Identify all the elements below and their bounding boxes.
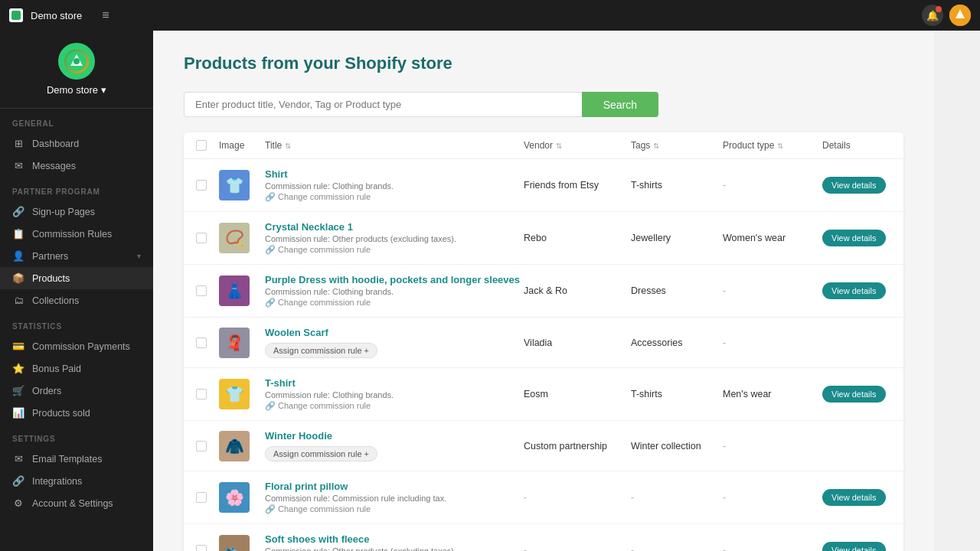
title-sort-icon[interactable]: ⇅ (285, 142, 291, 150)
product-rule-2: Commission rule: Other products (excludi… (265, 234, 524, 243)
product-image-4: 🧣 (219, 328, 250, 358)
product-image-2: 📿 (219, 223, 250, 253)
vendor-6: Custom partnership (524, 441, 631, 452)
sidebar-section-partner: PARTNER PROGRAM 🔗 Sign-up Pages 📋 Commis… (0, 177, 153, 311)
row-checkbox-2[interactable] (196, 233, 207, 243)
sidebar-item-collections[interactable]: 🗂 Collections (0, 289, 153, 311)
search-button[interactable]: Search (582, 92, 658, 117)
product-image-1: 👕 (219, 170, 250, 201)
tags-6: Winter collection (631, 441, 723, 452)
chevron-down-icon: ▾ (137, 252, 141, 260)
section-label-general: GENERAL (0, 109, 153, 132)
table-row: 👟 Soft shoes with fleece Commission rule… (184, 524, 903, 551)
top-bar: Demo store ≡ 🔔 (0, 0, 980, 31)
notification-icon[interactable]: 🔔 (922, 5, 943, 26)
sidebar-item-integrations[interactable]: 🔗 Integrations (0, 470, 153, 492)
product-title-8[interactable]: Soft shoes with fleece (265, 533, 524, 545)
sidebar-item-commission-rules[interactable]: 📋 Commission Rules (0, 223, 153, 245)
view-details-btn-2[interactable]: View details (822, 230, 886, 246)
section-label-statistics: STATISTICS (0, 311, 153, 335)
sidebar-brand: Demo store ▾ (0, 43, 153, 109)
product-title-1[interactable]: Shirt (265, 168, 524, 180)
product-type-1: - (723, 180, 822, 191)
view-details-btn-1[interactable]: View details (822, 177, 886, 194)
table-row: 👕 T-shirt Commission rule: Clothing bran… (184, 368, 903, 421)
sidebar-item-products-sold[interactable]: 📊 Products sold (0, 402, 153, 424)
product-image-5: 👕 (219, 379, 250, 409)
collections-icon: 🗂 (12, 295, 24, 306)
sidebar-item-products[interactable]: 📦 Products (0, 267, 153, 289)
brand-logo-inner (64, 49, 89, 73)
view-details-btn-5[interactable]: View details (822, 386, 886, 403)
tags-3: Dresses (631, 285, 723, 296)
sidebar-item-partners[interactable]: 👤 Partners ▾ (0, 245, 153, 267)
row-checkbox-1[interactable] (196, 180, 207, 191)
assign-rule-btn-4[interactable]: Assign commission rule + (265, 343, 377, 358)
vendor-5: Eosm (524, 389, 631, 399)
tags-5: T-shirts (631, 389, 723, 399)
app-logo (9, 8, 23, 22)
vendor-3: Jack & Ro (524, 285, 631, 296)
products-table: Image Title ⇅ Vendor ⇅ Tags ⇅ Product ty… (184, 132, 903, 551)
content-area: Products from your Shopify store Search … (153, 31, 934, 551)
row-checkbox-7[interactable] (196, 492, 207, 503)
row-checkbox-6[interactable] (196, 441, 207, 452)
sidebar-item-bonus-paid[interactable]: ⭐ Bonus Paid (0, 357, 153, 380)
sidebar-item-messages[interactable]: ✉ Messages (0, 155, 153, 177)
sidebar-item-account-settings[interactable]: ⚙ Account & Settings (0, 492, 153, 514)
sidebar-item-email-templates[interactable]: ✉ Email Templates (0, 448, 153, 470)
brand-name[interactable]: Demo store ▾ (47, 84, 106, 96)
hamburger-icon[interactable]: ≡ (102, 8, 109, 22)
vendor-sort-icon[interactable]: ⇅ (556, 142, 562, 150)
change-commission-rule-3[interactable]: 🔗 Change commission rule (265, 298, 524, 308)
row-checkbox-5[interactable] (196, 389, 207, 399)
sidebar-item-commission-payments[interactable]: 💳 Commission Payments (0, 335, 153, 357)
orders-icon: 🛒 (12, 385, 24, 396)
product-image-6: 🧥 (219, 431, 250, 461)
signup-icon: 🔗 (12, 206, 24, 217)
search-input[interactable] (184, 92, 582, 117)
product-info-3: Purple Dress with hoodie, pockets and lo… (265, 274, 524, 308)
product-title-6[interactable]: Winter Hoodie (265, 430, 524, 442)
notification-badge (936, 6, 942, 12)
sidebar-item-signup-pages[interactable]: 🔗 Sign-up Pages (0, 201, 153, 223)
store-title: Demo store (31, 10, 82, 21)
assign-rule-btn-6[interactable]: Assign commission rule + (265, 446, 377, 461)
view-details-btn-8[interactable]: View details (822, 542, 886, 551)
view-details-btn-7[interactable]: View details (822, 489, 886, 506)
product-type-7: - (723, 492, 822, 503)
product-type-sort-icon[interactable]: ⇅ (777, 142, 783, 150)
table-row: 👕 Shirt Commission rule: Clothing brands… (184, 159, 903, 212)
sidebar-section-general: GENERAL ⊞ Dashboard ✉ Messages (0, 109, 153, 177)
table-row: 👗 Purple Dress with hoodie, pockets and … (184, 265, 903, 318)
brand-logo (58, 43, 95, 80)
row-checkbox-8[interactable] (196, 545, 207, 551)
bonus-icon: ⭐ (12, 363, 24, 374)
product-title-7[interactable]: Floral print pillow (265, 481, 524, 492)
change-commission-rule-2[interactable]: 🔗 Change commission rule (265, 245, 524, 255)
change-commission-rule-1[interactable]: 🔗 Change commission rule (265, 192, 524, 202)
product-title-5[interactable]: T-shirt (265, 377, 524, 389)
select-all-checkbox[interactable] (196, 140, 207, 151)
svg-rect-0 (11, 11, 21, 20)
product-title-2[interactable]: Crystal Necklace 1 (265, 221, 524, 233)
product-info-5: T-shirt Commission rule: Clothing brands… (265, 377, 524, 411)
product-info-4: Woolen Scarf Assign commission rule + (265, 327, 524, 358)
sidebar-item-orders[interactable]: 🛒 Orders (0, 380, 153, 402)
user-avatar[interactable] (949, 5, 971, 26)
view-details-btn-3[interactable]: View details (822, 282, 886, 299)
sidebar-item-dashboard[interactable]: ⊞ Dashboard (0, 132, 153, 155)
product-title-3[interactable]: Purple Dress with hoodie, pockets and lo… (265, 274, 524, 285)
change-commission-rule-5[interactable]: 🔗 Change commission rule (265, 401, 524, 411)
product-type-2: Women's wear (723, 233, 822, 243)
tags-sort-icon[interactable]: ⇅ (653, 142, 659, 150)
product-title-4[interactable]: Woolen Scarf (265, 327, 524, 338)
commission-icon: 📋 (12, 228, 24, 240)
vendor-1: Friends from Etsy (524, 180, 631, 191)
header-image: Image (219, 140, 265, 151)
row-checkbox-4[interactable] (196, 337, 207, 348)
row-checkbox-3[interactable] (196, 285, 207, 296)
change-commission-rule-7[interactable]: 🔗 Change commission rule (265, 504, 524, 514)
products-icon: 📦 (12, 272, 24, 284)
table-row: 📿 Crystal Necklace 1 Commission rule: Ot… (184, 212, 903, 265)
